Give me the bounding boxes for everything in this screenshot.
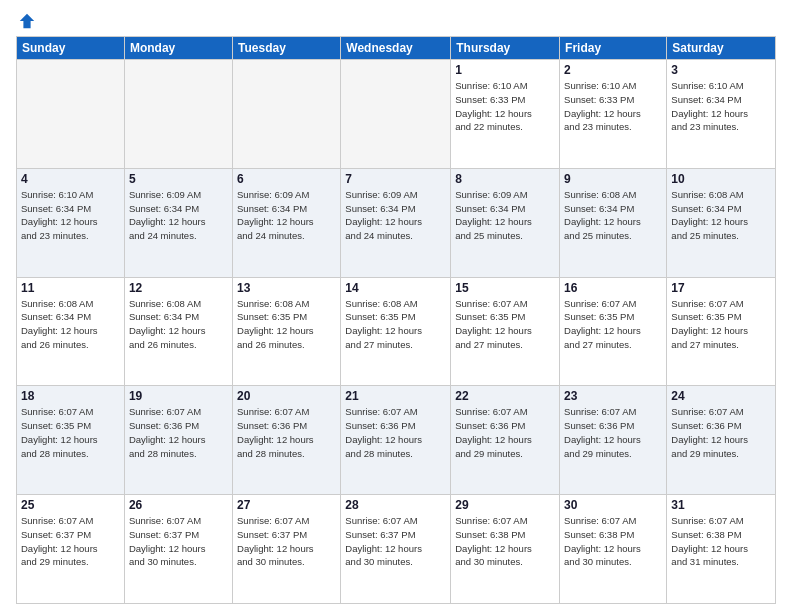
- calendar-cell: 9Sunrise: 6:08 AMSunset: 6:34 PMDaylight…: [560, 168, 667, 277]
- day-info: Sunrise: 6:07 AMSunset: 6:35 PMDaylight:…: [564, 297, 662, 352]
- calendar-cell: [341, 60, 451, 169]
- day-info: Sunrise: 6:07 AMSunset: 6:36 PMDaylight:…: [564, 405, 662, 460]
- day-info: Sunrise: 6:10 AMSunset: 6:34 PMDaylight:…: [21, 188, 120, 243]
- day-info: Sunrise: 6:08 AMSunset: 6:35 PMDaylight:…: [237, 297, 336, 352]
- day-number: 17: [671, 281, 771, 295]
- header: [16, 12, 776, 30]
- day-info: Sunrise: 6:09 AMSunset: 6:34 PMDaylight:…: [345, 188, 446, 243]
- day-number: 30: [564, 498, 662, 512]
- calendar-cell: 14Sunrise: 6:08 AMSunset: 6:35 PMDayligh…: [341, 277, 451, 386]
- calendar-cell: 12Sunrise: 6:08 AMSunset: 6:34 PMDayligh…: [124, 277, 232, 386]
- day-info: Sunrise: 6:07 AMSunset: 6:35 PMDaylight:…: [455, 297, 555, 352]
- day-info: Sunrise: 6:08 AMSunset: 6:34 PMDaylight:…: [564, 188, 662, 243]
- page: SundayMondayTuesdayWednesdayThursdayFrid…: [0, 0, 792, 612]
- calendar-cell: 5Sunrise: 6:09 AMSunset: 6:34 PMDaylight…: [124, 168, 232, 277]
- day-number: 24: [671, 389, 771, 403]
- day-info: Sunrise: 6:07 AMSunset: 6:35 PMDaylight:…: [21, 405, 120, 460]
- day-number: 22: [455, 389, 555, 403]
- calendar-cell: 13Sunrise: 6:08 AMSunset: 6:35 PMDayligh…: [233, 277, 341, 386]
- calendar-cell: 28Sunrise: 6:07 AMSunset: 6:37 PMDayligh…: [341, 495, 451, 604]
- day-number: 29: [455, 498, 555, 512]
- day-number: 8: [455, 172, 555, 186]
- day-header-wednesday: Wednesday: [341, 37, 451, 60]
- day-number: 16: [564, 281, 662, 295]
- calendar-cell: 25Sunrise: 6:07 AMSunset: 6:37 PMDayligh…: [17, 495, 125, 604]
- week-row-1: 4Sunrise: 6:10 AMSunset: 6:34 PMDaylight…: [17, 168, 776, 277]
- day-number: 6: [237, 172, 336, 186]
- calendar-cell: 21Sunrise: 6:07 AMSunset: 6:36 PMDayligh…: [341, 386, 451, 495]
- day-info: Sunrise: 6:08 AMSunset: 6:34 PMDaylight:…: [671, 188, 771, 243]
- week-row-4: 25Sunrise: 6:07 AMSunset: 6:37 PMDayligh…: [17, 495, 776, 604]
- day-number: 15: [455, 281, 555, 295]
- calendar-cell: 30Sunrise: 6:07 AMSunset: 6:38 PMDayligh…: [560, 495, 667, 604]
- day-info: Sunrise: 6:07 AMSunset: 6:36 PMDaylight:…: [455, 405, 555, 460]
- day-header-tuesday: Tuesday: [233, 37, 341, 60]
- day-number: 18: [21, 389, 120, 403]
- calendar-cell: 24Sunrise: 6:07 AMSunset: 6:36 PMDayligh…: [667, 386, 776, 495]
- day-number: 27: [237, 498, 336, 512]
- day-number: 5: [129, 172, 228, 186]
- day-number: 28: [345, 498, 446, 512]
- week-row-0: 1Sunrise: 6:10 AMSunset: 6:33 PMDaylight…: [17, 60, 776, 169]
- day-number: 20: [237, 389, 336, 403]
- day-header-monday: Monday: [124, 37, 232, 60]
- calendar-cell: 2Sunrise: 6:10 AMSunset: 6:33 PMDaylight…: [560, 60, 667, 169]
- day-info: Sunrise: 6:10 AMSunset: 6:33 PMDaylight:…: [455, 79, 555, 134]
- calendar-cell: 19Sunrise: 6:07 AMSunset: 6:36 PMDayligh…: [124, 386, 232, 495]
- week-row-3: 18Sunrise: 6:07 AMSunset: 6:35 PMDayligh…: [17, 386, 776, 495]
- calendar-cell: 6Sunrise: 6:09 AMSunset: 6:34 PMDaylight…: [233, 168, 341, 277]
- calendar-cell: 1Sunrise: 6:10 AMSunset: 6:33 PMDaylight…: [451, 60, 560, 169]
- day-number: 10: [671, 172, 771, 186]
- day-number: 11: [21, 281, 120, 295]
- day-info: Sunrise: 6:08 AMSunset: 6:34 PMDaylight:…: [129, 297, 228, 352]
- day-info: Sunrise: 6:07 AMSunset: 6:36 PMDaylight:…: [237, 405, 336, 460]
- days-header-row: SundayMondayTuesdayWednesdayThursdayFrid…: [17, 37, 776, 60]
- svg-marker-0: [20, 14, 34, 28]
- day-number: 1: [455, 63, 555, 77]
- day-info: Sunrise: 6:07 AMSunset: 6:38 PMDaylight:…: [455, 514, 555, 569]
- calendar-cell: 22Sunrise: 6:07 AMSunset: 6:36 PMDayligh…: [451, 386, 560, 495]
- day-info: Sunrise: 6:07 AMSunset: 6:38 PMDaylight:…: [671, 514, 771, 569]
- calendar-cell: 27Sunrise: 6:07 AMSunset: 6:37 PMDayligh…: [233, 495, 341, 604]
- calendar-cell: [233, 60, 341, 169]
- calendar-cell: 26Sunrise: 6:07 AMSunset: 6:37 PMDayligh…: [124, 495, 232, 604]
- day-number: 12: [129, 281, 228, 295]
- calendar-cell: 7Sunrise: 6:09 AMSunset: 6:34 PMDaylight…: [341, 168, 451, 277]
- day-info: Sunrise: 6:10 AMSunset: 6:33 PMDaylight:…: [564, 79, 662, 134]
- day-number: 31: [671, 498, 771, 512]
- day-info: Sunrise: 6:07 AMSunset: 6:37 PMDaylight:…: [237, 514, 336, 569]
- calendar-cell: 4Sunrise: 6:10 AMSunset: 6:34 PMDaylight…: [17, 168, 125, 277]
- day-number: 25: [21, 498, 120, 512]
- calendar-cell: 15Sunrise: 6:07 AMSunset: 6:35 PMDayligh…: [451, 277, 560, 386]
- day-number: 2: [564, 63, 662, 77]
- calendar-cell: 20Sunrise: 6:07 AMSunset: 6:36 PMDayligh…: [233, 386, 341, 495]
- day-header-friday: Friday: [560, 37, 667, 60]
- logo: [16, 12, 36, 30]
- day-number: 26: [129, 498, 228, 512]
- day-info: Sunrise: 6:09 AMSunset: 6:34 PMDaylight:…: [237, 188, 336, 243]
- day-number: 7: [345, 172, 446, 186]
- day-header-thursday: Thursday: [451, 37, 560, 60]
- day-number: 3: [671, 63, 771, 77]
- day-number: 14: [345, 281, 446, 295]
- calendar-cell: 29Sunrise: 6:07 AMSunset: 6:38 PMDayligh…: [451, 495, 560, 604]
- day-info: Sunrise: 6:09 AMSunset: 6:34 PMDaylight:…: [129, 188, 228, 243]
- day-info: Sunrise: 6:10 AMSunset: 6:34 PMDaylight:…: [671, 79, 771, 134]
- day-info: Sunrise: 6:07 AMSunset: 6:37 PMDaylight:…: [129, 514, 228, 569]
- calendar-cell: 3Sunrise: 6:10 AMSunset: 6:34 PMDaylight…: [667, 60, 776, 169]
- calendar-cell: 31Sunrise: 6:07 AMSunset: 6:38 PMDayligh…: [667, 495, 776, 604]
- calendar-cell: 23Sunrise: 6:07 AMSunset: 6:36 PMDayligh…: [560, 386, 667, 495]
- day-number: 21: [345, 389, 446, 403]
- calendar-table: SundayMondayTuesdayWednesdayThursdayFrid…: [16, 36, 776, 604]
- day-number: 19: [129, 389, 228, 403]
- calendar-cell: 16Sunrise: 6:07 AMSunset: 6:35 PMDayligh…: [560, 277, 667, 386]
- day-info: Sunrise: 6:09 AMSunset: 6:34 PMDaylight:…: [455, 188, 555, 243]
- day-info: Sunrise: 6:07 AMSunset: 6:36 PMDaylight:…: [345, 405, 446, 460]
- day-header-sunday: Sunday: [17, 37, 125, 60]
- calendar-cell: [124, 60, 232, 169]
- day-info: Sunrise: 6:07 AMSunset: 6:38 PMDaylight:…: [564, 514, 662, 569]
- logo-icon: [18, 12, 36, 30]
- day-number: 9: [564, 172, 662, 186]
- day-header-saturday: Saturday: [667, 37, 776, 60]
- day-info: Sunrise: 6:08 AMSunset: 6:34 PMDaylight:…: [21, 297, 120, 352]
